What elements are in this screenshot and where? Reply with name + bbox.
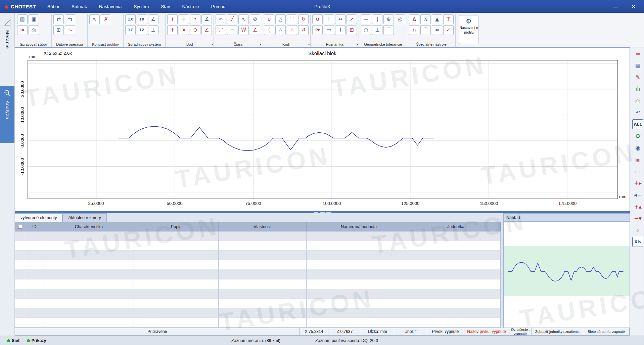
point-center-button[interactable]: ⊙ <box>190 25 200 35</box>
tool-peak-button[interactable]: ∆ <box>409 14 419 24</box>
return-button[interactable]: ⇦ <box>632 49 643 59</box>
open-file-button[interactable]: ▤ <box>17 14 28 24</box>
coord-z2-button[interactable]: 1Z <box>137 25 147 35</box>
circle-rotate-button[interactable]: ↻ <box>298 14 309 24</box>
menu-item-stav[interactable]: Stav <box>155 0 176 13</box>
circle-dome-button[interactable]: ∩ <box>287 25 297 35</box>
point-delete-button[interactable]: × <box>179 25 189 35</box>
point-create-button[interactable]: + <box>167 14 178 24</box>
minimize-button[interactable]: — <box>613 4 618 10</box>
line-chain-button[interactable]: ∞ <box>216 14 226 24</box>
plot-area[interactable] <box>28 60 618 199</box>
line-dotted-button[interactable]: ⋰ <box>216 25 226 35</box>
select-all-button[interactable]: ALL <box>632 119 643 129</box>
point-protractor-button[interactable]: ∠ <box>201 25 212 35</box>
line-create-button[interactable]: ╱ <box>227 14 237 24</box>
horizontal-splitter[interactable] <box>15 211 630 213</box>
table-row[interactable] <box>15 279 501 289</box>
coord-x2-button[interactable]: 1X <box>137 14 147 24</box>
profile-contrast-off-button[interactable]: ✗ <box>101 14 111 24</box>
zoom-z-in-button[interactable]: +▴ <box>632 202 643 212</box>
menu-item-nastavenia[interactable]: Nastavenia <box>93 0 128 13</box>
group-dropdown-icon[interactable]: ▾ <box>308 43 310 46</box>
tolerance-perpendicularity-button[interactable]: ⊥ <box>372 25 382 35</box>
table-row[interactable] <box>15 231 501 241</box>
circle-cone-button[interactable]: △ <box>275 14 286 24</box>
tolerance-position-button[interactable]: ⊕ <box>383 14 394 24</box>
magnifier-button[interactable]: ⌕ <box>632 225 643 235</box>
tool-verify-button[interactable]: ✓ <box>443 25 454 35</box>
display-button[interactable]: ▭ <box>632 166 643 176</box>
note-table-button[interactable]: ⊞ <box>347 25 357 35</box>
menu-item-nastroje[interactable]: Nástroje <box>176 0 205 13</box>
tool-cone-angle-button[interactable]: ∧ <box>420 14 431 24</box>
tolerance-parallelism-button[interactable]: ∥ <box>372 14 382 24</box>
menu-item-snimac[interactable]: Snímač <box>65 0 93 13</box>
line-angle-button[interactable]: ∠ <box>250 25 260 35</box>
zoom-z-out-button[interactable]: −▾ <box>632 213 643 223</box>
line-tangent-button[interactable]: ⊘ <box>250 14 260 24</box>
menu-item-pomoc[interactable]: Pomoc <box>205 0 231 13</box>
close-button[interactable]: ✕ <box>631 4 636 10</box>
tool-roughness-button[interactable]: ≈ <box>432 25 442 35</box>
table-row[interactable] <box>15 251 501 260</box>
point-construct-button[interactable]: ┼ <box>179 14 189 24</box>
print-view-button[interactable]: ⎙ <box>632 96 643 106</box>
group-dropdown-icon[interactable]: ▾ <box>260 43 262 46</box>
circle-spin-button[interactable]: ↺ <box>298 25 309 35</box>
tool-mirror-button[interactable]: ▲ <box>432 14 442 24</box>
preview-plot-band[interactable] <box>504 246 630 296</box>
circle-arc-button[interactable]: ⌒ <box>287 14 297 24</box>
dimension-vertical-button[interactable]: I <box>335 25 346 35</box>
line-curve-button[interactable]: ∿ <box>238 14 249 24</box>
table-row[interactable] <box>15 318 501 328</box>
layers-button[interactable]: ▣ <box>632 155 643 165</box>
data-import-button[interactable]: ⇄ <box>53 14 64 24</box>
circle-inscribed-button[interactable]: △ <box>275 25 286 35</box>
profile-contrast-on-button[interactable]: ∿ <box>89 14 100 24</box>
dimension-horizontal-button[interactable]: ↔ <box>335 14 346 24</box>
sidebar-tab-analyza[interactable]: Analýza <box>0 86 14 143</box>
sidebar-tab-meranie[interactable]: Meranie <box>0 15 14 73</box>
coord-x1-button[interactable]: 1X <box>125 14 136 24</box>
note-pt-button[interactable]: Pt <box>312 25 323 35</box>
menu-item-subor[interactable]: Súbor <box>41 0 65 13</box>
tool-groove-button[interactable]: ∩ <box>409 25 419 35</box>
group-dropdown-icon[interactable]: ▾ <box>357 43 358 46</box>
line-fit-button[interactable]: ╌ <box>227 25 237 35</box>
export-xls-button[interactable]: Xls <box>632 237 643 247</box>
group-dropdown-icon[interactable]: ▾ <box>212 43 213 46</box>
zoom-x-out-button[interactable]: ◂− <box>632 190 643 200</box>
data-exchange-button[interactable]: ⇆ <box>65 14 75 24</box>
table-row[interactable] <box>15 308 501 318</box>
table-row[interactable] <box>15 289 501 299</box>
dimension-diagonal-button[interactable]: ↗ <box>347 14 357 24</box>
tool-step-height-button[interactable]: ⊤ <box>443 14 454 24</box>
coord-z1-button[interactable]: 1Z <box>125 25 136 35</box>
table-row[interactable] <box>15 260 501 270</box>
tolerance-roundness-button[interactable]: ○ <box>361 25 371 35</box>
zoom-x-in-button[interactable]: +▸ <box>632 178 643 188</box>
select-all-checkbox[interactable] <box>18 225 22 229</box>
tolerance-profile-button[interactable]: ⌒ <box>383 25 394 35</box>
coord-origin-button[interactable]: ⊥ <box>148 25 158 35</box>
tolerance-straightness-button[interactable]: — <box>361 14 371 24</box>
coord-align-button[interactable]: ∠ <box>148 14 158 24</box>
data-batch-button[interactable]: ⊞ <box>53 25 64 35</box>
print-button[interactable]: ⎙ <box>29 25 39 35</box>
point-angle-button[interactable]: ∡ <box>201 14 212 24</box>
arc-create-button[interactable]: ( <box>264 25 274 35</box>
table-row[interactable] <box>15 241 501 251</box>
tool-arc-radius-button[interactable]: ⌒ <box>420 25 431 35</box>
note-text-button[interactable]: T <box>324 14 334 24</box>
edit-button[interactable]: ✎ <box>632 72 643 82</box>
tab-aktualne-rozmery[interactable]: Aktuálne rozmery <box>62 213 106 222</box>
menu-item-system[interactable]: Systém <box>128 0 155 13</box>
tolerance-concentricity-button[interactable]: ◎ <box>395 14 405 24</box>
delete-button[interactable]: ♻ <box>632 131 643 141</box>
profile-settings-button[interactable]: ⚙Nastaveni e profilu <box>459 15 478 44</box>
table-row[interactable] <box>15 270 501 279</box>
report-chart-button[interactable]: ılı <box>17 25 28 35</box>
data-wave-button[interactable]: ∿ <box>65 25 75 35</box>
circle-u-button[interactable]: ∪ <box>264 14 274 24</box>
